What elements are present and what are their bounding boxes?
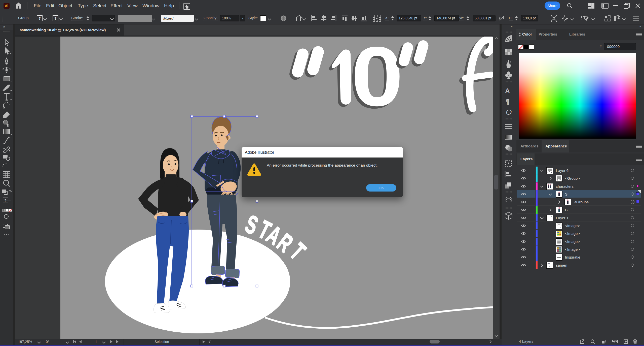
svg-text:A: A <box>505 87 510 95</box>
svg-text:O: O <box>506 108 512 116</box>
svg-text:¶: ¶ <box>506 98 510 106</box>
svg-text:0: 0 <box>351 36 403 123</box>
